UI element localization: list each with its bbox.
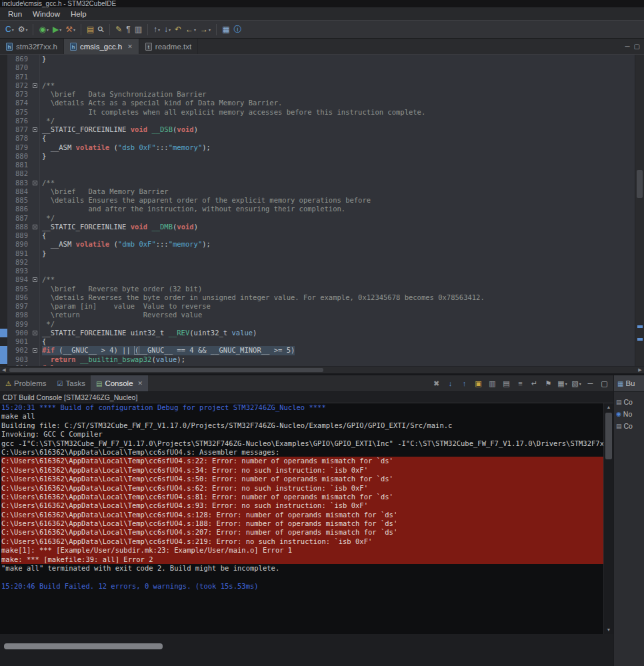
editor-vertical-scrollbar[interactable] [635,55,644,366]
code-line[interactable]: 882 [0,169,635,178]
tab-tasks[interactable]: ☑Tasks [52,375,91,391]
fold-column[interactable] [31,267,40,275]
code-line[interactable]: 901{ [0,337,635,346]
fold-column[interactable] [31,196,40,205]
fold-column[interactable] [31,205,40,213]
fold-column[interactable] [31,337,40,346]
line-number[interactable]: 898 [7,311,31,319]
console-horizontal-scrollbar[interactable] [0,643,613,649]
menu-window[interactable]: Window [27,9,65,19]
code-line[interactable]: 870 [0,63,635,72]
code-line[interactable]: 889{ [0,231,635,240]
code-line[interactable]: 898 \return Reversed value [0,311,635,319]
code-line[interactable]: 892 [0,258,635,267]
code-line[interactable]: 899 */ [0,320,635,329]
editor-vscroll-thumb[interactable] [637,170,643,198]
new-c-project-button[interactable]: C▾ [3,22,16,37]
fold-column[interactable] [31,364,40,366]
fold-column[interactable] [31,73,40,81]
fold-collapse-icon[interactable] [33,225,37,229]
line-number[interactable]: 874 [7,99,31,107]
line-number[interactable]: 890 [7,240,31,249]
code-line[interactable]: 897 \param [in] value Value to reverse [0,302,635,311]
open-console-button[interactable]: ▧▾ [570,377,583,390]
scroll-lock-button[interactable]: ≡ [514,377,527,390]
debug-button[interactable]: ◉▾ [37,22,51,37]
code-line[interactable]: 896 \details Reverses the byte order in … [0,293,635,302]
line-number[interactable]: 878 [7,134,31,143]
line-number[interactable]: 885 [7,196,31,205]
line-number[interactable]: 882 [7,169,31,178]
fold-column[interactable] [31,240,40,249]
fold-column[interactable] [31,320,40,329]
clear-console-button[interactable]: ▤ [500,377,513,390]
console-vertical-scrollbar[interactable]: ▲ ▼ [603,403,613,634]
line-number[interactable]: 884 [7,187,31,196]
fold-column[interactable] [31,355,40,364]
code-area[interactable]: 869}870871872/**873 \brief Data Synchron… [0,55,635,366]
code-line[interactable]: 902#if (__GNUC__ > 4) || (__GNUC__ == 4 … [0,346,635,355]
fold-column[interactable] [31,346,40,355]
fold-column[interactable] [31,134,40,143]
fold-column[interactable] [31,99,40,107]
back-button[interactable]: ←▾ [183,22,198,37]
scroll-up-icon[interactable]: ▲ [604,403,613,411]
fold-collapse-icon[interactable] [33,181,37,185]
fold-column[interactable] [31,125,40,134]
tab-problems[interactable]: ⚠Problems [0,375,52,391]
line-number[interactable]: 892 [7,258,31,267]
console-hscroll-thumb[interactable] [4,643,163,649]
scroll-down-icon[interactable]: ▼ [604,626,613,634]
list-item[interactable]: ◉No [616,409,642,419]
fold-column[interactable] [31,231,40,240]
fold-column[interactable] [31,285,40,293]
minimize-view-button[interactable]: ─ [584,377,597,390]
fold-column[interactable] [31,90,40,99]
next-annotation-button[interactable]: ↓▾ [162,22,173,37]
line-number[interactable]: 880 [7,152,31,161]
mark-occurrences-button[interactable]: ✎ [113,22,124,37]
line-number[interactable]: 873 [7,90,31,99]
code-line[interactable]: 874 \details Acts as a special kind of D… [0,99,635,107]
line-number[interactable]: 883 [7,179,31,187]
code-line[interactable]: 903 return __builtin_bswap32(value); [0,355,635,364]
code-line[interactable]: 886 and after the instruction, without e… [0,205,635,213]
line-number[interactable]: 869 [7,55,31,63]
line-number[interactable]: 899 [7,320,31,329]
code-line[interactable]: 895 \brief Reverse byte order (32 bit) [0,285,635,293]
search-button[interactable]: ⚲ [96,22,106,37]
code-line[interactable]: 888__STATIC_FORCEINLINE void __DMB(void) [0,223,635,231]
tab-cmsis_gcc-h[interactable]: hcmsis_gcc.h✕ [64,39,139,54]
tab-readme-txt[interactable]: treadme.txt [139,39,198,54]
fold-column[interactable] [31,275,40,284]
editor-horizontal-scrollbar[interactable]: ◀ ▶ [0,366,644,373]
last-edit-location-button[interactable]: ↶ [173,22,183,37]
line-number[interactable]: 888 [7,223,31,231]
previous-error-button[interactable]: ↑ [458,377,471,390]
line-number[interactable]: 902 [7,346,31,355]
fold-collapse-icon[interactable] [33,83,37,88]
line-number[interactable]: 894 [7,275,31,284]
fold-column[interactable] [31,187,40,196]
minimize-editor-icon[interactable]: ─ [625,43,629,50]
line-number[interactable]: 889 [7,231,31,240]
open-element-button[interactable]: ▤ [85,22,96,37]
fold-column[interactable] [31,55,40,63]
code-line[interactable]: 875 It completes when all explicit memor… [0,108,635,117]
fold-column[interactable] [31,293,40,302]
code-line[interactable]: 871 [0,73,635,81]
word-wrap-console-button[interactable]: ↵ [528,377,541,390]
code-line[interactable]: 883/** [0,179,635,187]
close-tab-icon[interactable]: ✕ [138,380,143,387]
code-line[interactable]: 879 __ASM volatile ("dsb 0xF":::"memory"… [0,143,635,152]
line-number[interactable]: 887 [7,214,31,223]
editor-hscroll-track[interactable] [8,367,636,373]
maximize-view-button[interactable]: ▢ [598,377,611,390]
help-info-button[interactable]: ⓘ [231,22,243,37]
code-line[interactable]: 890 __ASM volatile ("dmb 0xF":::"memory"… [0,240,635,249]
line-number[interactable]: 871 [7,73,31,81]
external-tools-button[interactable]: ⚒▾ [63,22,77,37]
line-number[interactable]: 881 [7,161,31,169]
maximize-editor-icon[interactable]: ▢ [634,43,640,50]
fold-column[interactable] [31,117,40,125]
